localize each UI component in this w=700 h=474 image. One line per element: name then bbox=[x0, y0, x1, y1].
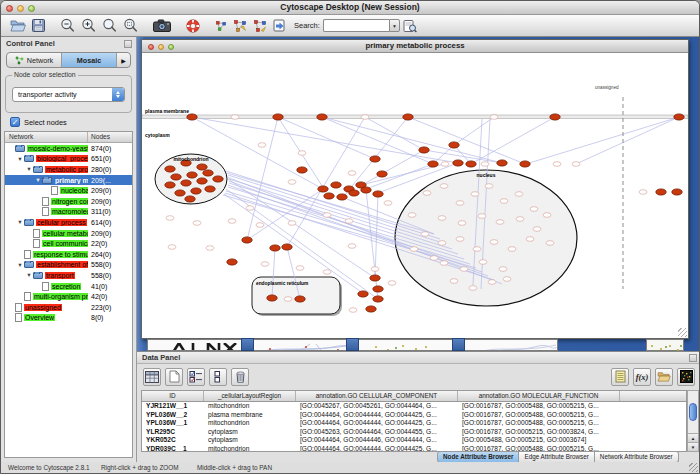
network-node-white[interactable] bbox=[460, 267, 468, 272]
network-node-red[interactable] bbox=[171, 174, 181, 180]
network-node-red[interactable] bbox=[181, 180, 191, 186]
frame-minimize-button[interactable] bbox=[158, 44, 164, 50]
network-node-white[interactable] bbox=[481, 162, 489, 167]
network-node-white[interactable] bbox=[456, 201, 464, 206]
window-resize-grip[interactable] bbox=[689, 463, 698, 472]
window-titlebar[interactable]: Cytoscape Desktop (New Session) bbox=[1, 1, 699, 15]
network-node-red[interactable] bbox=[366, 306, 376, 312]
network-node-red[interactable] bbox=[203, 170, 213, 176]
network-node-red[interactable] bbox=[270, 245, 280, 251]
network-node-red[interactable] bbox=[520, 161, 530, 167]
network-node-white[interactable] bbox=[206, 246, 214, 251]
frame-resize-grip[interactable] bbox=[678, 328, 687, 337]
network-node-red[interactable] bbox=[185, 196, 195, 202]
network-node-red[interactable] bbox=[295, 296, 305, 302]
network-node-red[interactable] bbox=[273, 114, 283, 120]
table-scrollbar[interactable]: ▲ ▼ bbox=[687, 390, 699, 452]
expand-arrow-icon[interactable]: ▼ bbox=[25, 272, 33, 278]
tree-row[interactable]: response to stimulu264(0) bbox=[5, 249, 132, 260]
minimize-button[interactable] bbox=[17, 5, 24, 12]
network-node-white[interactable] bbox=[258, 143, 266, 148]
network-node-red[interactable] bbox=[187, 172, 197, 178]
network-node-red[interactable] bbox=[674, 114, 684, 120]
attribute-table-icon[interactable] bbox=[143, 368, 161, 386]
frame-close-button[interactable] bbox=[148, 44, 154, 50]
table-row[interactable]: YPL036W__1mitochondrion[GO:0044464, GO:0… bbox=[142, 419, 686, 428]
network-node-white[interactable] bbox=[410, 247, 418, 252]
network-node-red[interactable] bbox=[373, 296, 383, 302]
network-node-red[interactable] bbox=[191, 188, 201, 194]
tree-row[interactable]: ▼primary metabo209(... bbox=[5, 175, 132, 186]
save-session-icon[interactable] bbox=[29, 16, 48, 36]
network-node-white[interactable] bbox=[456, 237, 464, 242]
network-node-white[interactable] bbox=[490, 115, 498, 120]
network-node-white[interactable] bbox=[450, 279, 458, 284]
zoom-button[interactable] bbox=[28, 5, 35, 12]
network-node-white[interactable] bbox=[479, 260, 487, 265]
network-node-red[interactable] bbox=[165, 182, 175, 188]
network-node-white[interactable] bbox=[168, 245, 176, 250]
network-frame-titlebar[interactable]: primary metabolic process bbox=[142, 40, 688, 53]
network-node-red[interactable] bbox=[324, 193, 334, 199]
vizmapper-icon[interactable] bbox=[250, 16, 270, 36]
expand-arrow-icon[interactable]: ▼ bbox=[34, 177, 42, 183]
network-node-red[interactable] bbox=[453, 160, 463, 166]
search-dropdown-arrow[interactable]: ▼ bbox=[389, 19, 400, 32]
network-node-white[interactable] bbox=[430, 256, 438, 261]
search-input[interactable] bbox=[323, 19, 389, 32]
col-molecular-function[interactable]: annotation.GO MOLECULAR_FUNCTION bbox=[458, 391, 620, 401]
tree-row[interactable]: secretion41(0) bbox=[5, 281, 132, 292]
network-node-white[interactable] bbox=[533, 227, 541, 232]
network-node-white[interactable] bbox=[231, 115, 239, 120]
network-node-red[interactable] bbox=[213, 176, 223, 182]
network-node-white[interactable] bbox=[639, 190, 647, 195]
unselect-attributes-icon[interactable] bbox=[209, 368, 227, 386]
network-node-white[interactable] bbox=[473, 247, 481, 252]
network-node-white[interactable] bbox=[193, 221, 201, 226]
scroll-up-button[interactable]: ▲ bbox=[688, 433, 698, 442]
background-window-thumbnail[interactable] bbox=[646, 339, 684, 351]
tree-row[interactable]: multi-organism pro42(0) bbox=[5, 291, 132, 302]
col-id[interactable]: ID bbox=[142, 391, 204, 401]
network-node-red[interactable] bbox=[197, 164, 207, 170]
network-node-white[interactable] bbox=[478, 214, 486, 219]
expand-arrow-icon[interactable]: ▼ bbox=[25, 166, 33, 172]
open-folder-icon[interactable] bbox=[655, 368, 673, 386]
network-node-white[interactable] bbox=[440, 261, 448, 266]
import-list-icon[interactable] bbox=[611, 368, 629, 386]
network-node-white[interactable] bbox=[553, 162, 561, 167]
network-node-white[interactable] bbox=[256, 223, 264, 228]
network-node-white[interactable] bbox=[421, 232, 429, 237]
network-node-white[interactable] bbox=[530, 207, 538, 212]
network-node-white[interactable] bbox=[423, 191, 431, 196]
network-node-white[interactable] bbox=[288, 221, 296, 226]
tree-row[interactable]: ▼cellular process614(0) bbox=[5, 217, 132, 228]
network-node-white[interactable] bbox=[572, 162, 580, 167]
network-node-white[interactable] bbox=[384, 201, 392, 206]
network-node-white[interactable] bbox=[284, 297, 292, 302]
tree-row[interactable]: ▼establishment of lo558(0) bbox=[5, 260, 132, 271]
tab-mosaic[interactable]: Mosaic bbox=[62, 53, 117, 67]
tree-row[interactable]: macromolecule311(0) bbox=[5, 207, 132, 218]
table-row[interactable]: YPL036W__2plasma membrane[GO:0044464, GO… bbox=[142, 411, 686, 420]
network-node-red[interactable] bbox=[297, 167, 307, 173]
network-node-white[interactable] bbox=[469, 286, 477, 291]
delete-attribute-icon[interactable] bbox=[231, 368, 249, 386]
network-node-white[interactable] bbox=[515, 192, 523, 197]
select-attributes-icon[interactable] bbox=[187, 368, 205, 386]
zoom-in-icon[interactable] bbox=[78, 16, 99, 36]
network-node-white[interactable] bbox=[361, 115, 369, 120]
tree-row[interactable]: nucleobase-209(0) bbox=[5, 185, 132, 196]
network-node-white[interactable] bbox=[349, 308, 357, 313]
function-builder-icon[interactable]: f(x) bbox=[633, 368, 651, 386]
network-node-white[interactable] bbox=[471, 192, 479, 197]
network-node-white[interactable] bbox=[488, 280, 496, 285]
network-node-white[interactable] bbox=[345, 219, 353, 224]
table-row[interactable]: YKR052Ccytoplasm[GO:0044464, GO:0044446,… bbox=[142, 436, 686, 445]
network-node-white[interactable] bbox=[288, 180, 296, 185]
network-node-white[interactable] bbox=[323, 213, 331, 218]
network-node-white[interactable] bbox=[228, 219, 236, 224]
network-node-red[interactable] bbox=[466, 161, 476, 167]
col-layout-region[interactable]: _cellularLayoutRegion bbox=[204, 391, 296, 401]
tabs-overflow-arrow[interactable]: ▶ bbox=[117, 53, 130, 67]
